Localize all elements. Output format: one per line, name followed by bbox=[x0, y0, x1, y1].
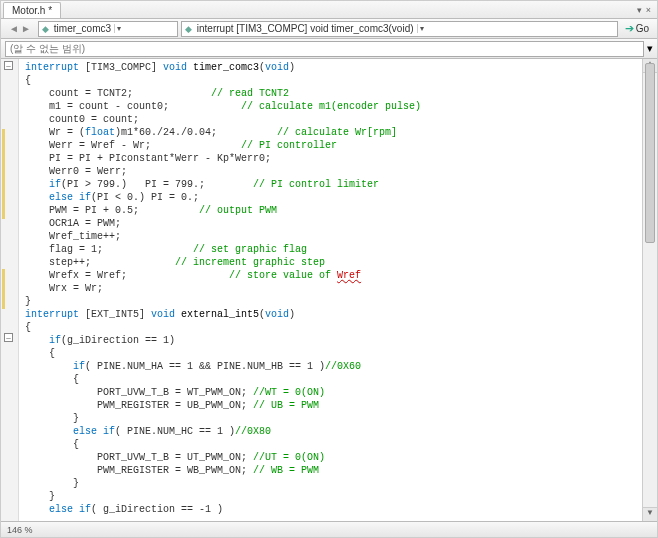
tab-title: Motor.h bbox=[12, 5, 45, 16]
code-line[interactable]: PORT_UVW_T_B = UT_PWM_ON; //UT = 0(ON) bbox=[25, 451, 642, 464]
tab-dirty-marker: * bbox=[48, 5, 52, 16]
code-line[interactable]: PORT_UVW_T_B = WT_PWM_ON; //WT = 0(ON) bbox=[25, 386, 642, 399]
code-line[interactable]: PWM_REGISTER = UB_PWM_ON; // UB = PWM bbox=[25, 399, 642, 412]
file-tab-motor-h[interactable]: Motor.h* bbox=[3, 2, 61, 18]
code-line[interactable]: count = TCNT2; // read TCNT2 bbox=[25, 87, 642, 100]
find-dropdown-icon[interactable]: ▾ bbox=[647, 42, 653, 55]
change-marker bbox=[2, 269, 5, 309]
code-line[interactable]: count0 = count; bbox=[25, 113, 642, 126]
tab-close-icon[interactable]: × bbox=[646, 5, 651, 15]
go-button[interactable]: ➔ Go bbox=[621, 22, 653, 35]
code-line[interactable]: } bbox=[25, 295, 642, 308]
code-line[interactable]: flag = 1; // set graphic flag bbox=[25, 243, 642, 256]
change-marker bbox=[2, 129, 5, 219]
code-line[interactable]: Wrx = Wr; bbox=[25, 282, 642, 295]
tab-bar: Motor.h* ▾ × bbox=[1, 1, 657, 19]
code-line[interactable]: { bbox=[25, 438, 642, 451]
scope-dropdown[interactable]: ◆ timer_comc3 ▾ bbox=[38, 21, 178, 37]
code-line[interactable]: PWM = PI + 0.5; // output PWM bbox=[25, 204, 642, 217]
code-line[interactable]: Wr = (float)m1*60./24./0.04; // calculat… bbox=[25, 126, 642, 139]
code-line[interactable]: PWM_REGISTER = WB_PWM_ON; // WB = PWM bbox=[25, 464, 642, 477]
go-label: Go bbox=[636, 23, 649, 34]
scroll-down-icon[interactable]: ▼ bbox=[643, 507, 657, 521]
context-toolbar: ◄ ► ◆ timer_comc3 ▾ ◆ interrupt [TIM3_CO… bbox=[1, 19, 657, 39]
code-line[interactable]: } bbox=[25, 490, 642, 503]
find-box[interactable] bbox=[5, 41, 644, 57]
code-line[interactable]: PI = PI + PIconstant*Werr - Kp*Werr0; bbox=[25, 152, 642, 165]
code-line[interactable]: { bbox=[25, 347, 642, 360]
find-bar: ▾ bbox=[1, 39, 657, 59]
code-editor[interactable]: interrupt [TIM3_COMPC] void timer_comc3(… bbox=[19, 59, 642, 521]
code-line[interactable]: Wrefx = Wref; // store value of Wref bbox=[25, 269, 642, 282]
code-line[interactable]: } bbox=[25, 412, 642, 425]
go-arrow-icon: ➔ bbox=[625, 22, 634, 35]
gutter[interactable]: –– bbox=[1, 59, 19, 521]
code-line[interactable]: step++; // increment graphic step bbox=[25, 256, 642, 269]
nav-back-icon[interactable]: ◄ bbox=[9, 23, 19, 34]
code-line[interactable]: interrupt [EXT_INT5] void external_int5(… bbox=[25, 308, 642, 321]
editor-area: –– interrupt [TIM3_COMPC] void timer_com… bbox=[1, 59, 657, 521]
code-line[interactable]: else if( PINE.NUM_HC == 1 )//0X80 bbox=[25, 425, 642, 438]
find-input[interactable] bbox=[6, 43, 643, 54]
code-line[interactable]: { bbox=[25, 321, 642, 334]
fold-toggle-icon[interactable]: – bbox=[4, 333, 13, 342]
vertical-scrollbar[interactable]: ▲ ▼ bbox=[642, 59, 657, 521]
symbol-dropdown[interactable]: ◆ interrupt [TIM3_COMPC] void timer_comc… bbox=[181, 21, 618, 37]
code-line[interactable]: else if( g_iDirection == -1 ) bbox=[25, 503, 642, 516]
chevron-down-icon: ▾ bbox=[417, 24, 426, 33]
code-line[interactable]: { bbox=[25, 373, 642, 386]
code-line[interactable]: if(g_iDirection == 1) bbox=[25, 334, 642, 347]
status-bar: 146 % bbox=[1, 521, 657, 537]
code-line[interactable]: Werr0 = Werr; bbox=[25, 165, 642, 178]
nav-forward-icon[interactable]: ► bbox=[21, 23, 31, 34]
code-line[interactable]: { bbox=[25, 74, 642, 87]
zoom-level[interactable]: 146 % bbox=[7, 525, 33, 535]
chevron-down-icon: ▾ bbox=[114, 24, 123, 33]
scope-icon: ◆ bbox=[41, 24, 51, 34]
symbol-label: interrupt [TIM3_COMPC] void timer_comc3(… bbox=[194, 23, 417, 34]
code-line[interactable]: if( PINE.NUM_HA == 1 && PINE.NUM_HB == 1… bbox=[25, 360, 642, 373]
nav-arrows: ◄ ► bbox=[5, 23, 35, 34]
tab-menu-icon[interactable]: ▾ bbox=[637, 5, 642, 15]
fold-toggle-icon[interactable]: – bbox=[4, 61, 13, 70]
code-line[interactable]: } bbox=[25, 477, 642, 490]
editor-window: Motor.h* ▾ × ◄ ► ◆ timer_comc3 ▾ ◆ inter… bbox=[0, 0, 658, 538]
code-line[interactable]: Wref_time++; bbox=[25, 230, 642, 243]
code-line[interactable]: else if(PI < 0.) PI = 0.; bbox=[25, 191, 642, 204]
scope-label: timer_comc3 bbox=[51, 23, 114, 34]
code-line[interactable]: m1 = count - count0; // calculate m1(enc… bbox=[25, 100, 642, 113]
code-line[interactable]: OCR1A = PWM; bbox=[25, 217, 642, 230]
code-line[interactable]: if(PI > 799.) PI = 799.; // PI control l… bbox=[25, 178, 642, 191]
code-line[interactable]: Werr = Wref - Wr; // PI controller bbox=[25, 139, 642, 152]
code-line[interactable]: interrupt [TIM3_COMPC] void timer_comc3(… bbox=[25, 61, 642, 74]
symbol-icon: ◆ bbox=[184, 24, 194, 34]
scrollbar-thumb[interactable] bbox=[645, 63, 655, 243]
